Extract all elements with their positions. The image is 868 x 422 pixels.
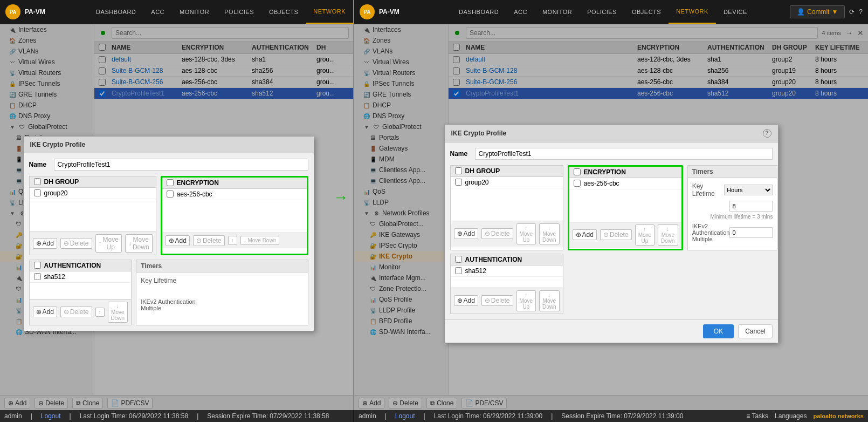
right-enc-movedown[interactable]: ↓ Move Down xyxy=(658,224,678,246)
right-auth-moveup[interactable]: ↑ Move Up xyxy=(516,290,536,311)
nav-acc-right[interactable]: ACC xyxy=(506,0,535,24)
left-auth-check-sha512[interactable] xyxy=(34,273,41,280)
right-ikev2-input[interactable] xyxy=(729,227,773,238)
left-auth-value-sha512: sha512 xyxy=(44,273,65,281)
right-enc-check-aes256[interactable] xyxy=(574,180,581,187)
right-status-pipe2: | xyxy=(424,412,425,420)
left-dh-row-group20[interactable]: group20 xyxy=(30,188,156,199)
left-enc-section: ENCRYPTION aes-256-cbc ⊕ Add xyxy=(161,176,308,255)
left-enc-toolbar: ⊕ Add ⊖ Delete ↑ ↓ Move Down xyxy=(162,233,307,248)
left-auth-delete[interactable]: ⊖ Delete xyxy=(60,307,92,317)
right-auth-movedown[interactable]: ↓ Move Down xyxy=(539,290,560,311)
left-enc-check-all[interactable] xyxy=(167,179,174,186)
nav-dashboard-left[interactable]: DASHBOARD xyxy=(88,0,143,24)
language-label[interactable]: Languages xyxy=(775,412,807,420)
left-auth-check-all[interactable] xyxy=(34,262,41,269)
left-status-logout[interactable]: Logout xyxy=(41,412,61,420)
right-key-lifetime-select[interactable]: Hours Minutes Seconds Days xyxy=(724,185,773,195)
nav-policies-left[interactable]: POLICIES xyxy=(217,0,261,24)
left-dh-delete[interactable]: ⊖ Delete xyxy=(60,238,92,249)
right-ok-button[interactable]: OK xyxy=(703,324,734,338)
left-auth-add[interactable]: ⊕ Add xyxy=(33,307,57,317)
left-enc-delete-icon: ⊖ xyxy=(196,237,202,244)
left-auth-moveup[interactable]: ↑ xyxy=(95,308,105,317)
right-cancel-button[interactable]: Cancel xyxy=(738,324,772,338)
left-auth-label: AUTHENTICATION xyxy=(44,262,101,269)
right-dh-add[interactable]: ⊕ Add xyxy=(454,228,478,239)
left-enc-movedown[interactable]: ↓ Move Down xyxy=(240,236,280,245)
left-dh-add[interactable]: ⊕ Add xyxy=(33,238,57,249)
left-dh-moveup[interactable]: ↑ Move Up xyxy=(95,234,122,253)
left-status-pipe: | xyxy=(31,412,32,420)
commit-icon: 👤 xyxy=(797,8,805,16)
nav-objects-left[interactable]: OBJECTS xyxy=(261,0,306,24)
right-key-lifetime-input[interactable] xyxy=(729,201,773,212)
right-auth-delete[interactable]: ⊖ Delete xyxy=(481,295,513,306)
left-auth-timers: AUTHENTICATION sha512 ⊕ Add xyxy=(29,260,308,325)
nav-device-right[interactable]: DEVICE xyxy=(716,0,755,24)
right-dialog-help[interactable]: ? xyxy=(763,129,771,138)
nav-monitor-left[interactable]: MONITOR xyxy=(172,0,217,24)
right-status-logout[interactable]: Logout xyxy=(395,412,415,420)
right-enc-delete[interactable]: ⊖ Delete xyxy=(600,229,632,240)
right-enc-moveup[interactable]: ↑ Move Up xyxy=(635,224,655,246)
tasks-label[interactable]: ≡ Tasks xyxy=(746,412,768,420)
right-dh-empty xyxy=(451,188,563,221)
right-dh-delete[interactable]: ⊖ Delete xyxy=(481,228,513,239)
left-dh-check-all[interactable] xyxy=(34,178,41,185)
right-auth-row-sha512[interactable]: sha512 xyxy=(451,266,563,277)
right-name-input[interactable] xyxy=(475,148,773,160)
right-auth-value-sha512: sha512 xyxy=(465,267,486,275)
nav-acc-left[interactable]: ACC xyxy=(143,0,172,24)
left-timers-space xyxy=(141,288,303,298)
right-enc-toolbar: ⊕ Add ⊖ Delete ↑ Move Up ↓ Move Down xyxy=(569,222,681,248)
nav-dashboard-right[interactable]: DASHBOARD xyxy=(451,0,506,24)
right-key-lifetime-row: Key Lifetime Hours Minutes Seconds Days xyxy=(692,182,773,198)
left-nav: DASHBOARD ACC MONITOR POLICIES OBJECTS N… xyxy=(88,0,353,24)
right-dialog-title: IKE Crypto Profile ? xyxy=(445,125,778,142)
right-auth-add[interactable]: ⊕ Add xyxy=(454,295,478,306)
right-dh-value-group20: group20 xyxy=(465,179,489,186)
right-enc-add[interactable]: ⊕ Add xyxy=(573,229,597,240)
commit-label: Commit xyxy=(807,8,829,16)
left-enc-delete[interactable]: ⊖ Delete xyxy=(193,235,225,246)
nav-icon-2[interactable]: ? xyxy=(859,8,863,16)
commit-button[interactable]: 👤 Commit ▼ xyxy=(790,5,845,18)
right-dh-moveup[interactable]: ↑ Move Up xyxy=(516,223,536,244)
left-enc-row-aes256[interactable]: aes-256-cbc xyxy=(162,189,307,200)
left-enc-check-aes256[interactable] xyxy=(167,190,174,198)
left-auth-movedown[interactable]: ↓ Move Down xyxy=(108,302,128,323)
left-name-row: Name xyxy=(29,159,308,171)
right-dh-check-all[interactable] xyxy=(455,167,462,174)
right-auth-check-all[interactable] xyxy=(455,256,462,263)
left-name-input[interactable] xyxy=(54,159,308,171)
left-timers-body: Key Lifetime IKEv2 AuthenticationMultipl… xyxy=(136,273,307,316)
right-dialog-body: Name DH GROUP gro xyxy=(445,142,778,319)
right-enc-row-aes256[interactable]: aes-256-cbc xyxy=(569,178,681,189)
right-auth-label: AUTHENTICATION xyxy=(465,256,522,263)
left-enc-add[interactable]: ⊕ Add xyxy=(166,235,190,246)
right-ikev2-label: IKEv2 AuthenticationMultiple xyxy=(692,223,730,242)
right-dh-check-group20[interactable] xyxy=(455,179,462,186)
right-key-lifetime-label: Key Lifetime xyxy=(692,182,724,198)
nav-monitor-right[interactable]: MONITOR xyxy=(535,0,580,24)
nav-objects-right[interactable]: OBJECTS xyxy=(624,0,669,24)
nav-network-left[interactable]: NETWORK xyxy=(306,0,353,24)
left-dh-enc-row: DH GROUP group20 ⊕ Add xyxy=(29,176,308,255)
right-enc-check-all[interactable] xyxy=(574,168,581,175)
right-auth-add-icon: ⊕ xyxy=(457,297,463,304)
left-dh-movedown[interactable]: ↓ Move Down xyxy=(125,234,153,253)
right-dh-movedown[interactable]: ↓ Move Down xyxy=(539,223,560,244)
left-logo: PA PA-VM xyxy=(0,4,88,19)
left-enc-moveup[interactable]: ↑ xyxy=(228,236,237,245)
right-dh-header: DH GROUP xyxy=(451,166,563,177)
right-auth-check-sha512[interactable] xyxy=(455,267,462,274)
nav-policies-right[interactable]: POLICIES xyxy=(580,0,624,24)
nav-icon-1[interactable]: ⟳ xyxy=(849,8,855,16)
left-status-expire: Session Expire Time: 07/29/2022 11:38:58 xyxy=(207,412,329,420)
right-dh-row-group20[interactable]: group20 xyxy=(451,177,563,188)
left-dh-check-group20[interactable] xyxy=(34,189,41,196)
left-auth-row-sha512[interactable]: sha512 xyxy=(30,271,132,283)
right-timers-body: Key Lifetime Hours Minutes Seconds Days xyxy=(688,178,777,250)
nav-network-right[interactable]: NETWORK xyxy=(669,0,716,24)
